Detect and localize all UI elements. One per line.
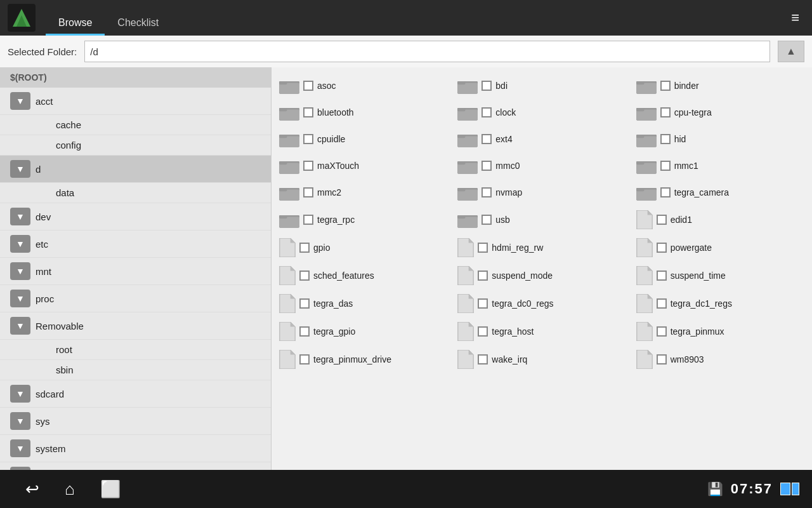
file-checkbox[interactable] [657,354,667,364]
file-item-tegra_das[interactable]: tegra_das [274,290,452,318]
file-item-nvmap[interactable]: nvmap [452,179,631,206]
sidebar-item-sdcard[interactable]: ▼sdcard [0,380,271,408]
file-item-maXTouch[interactable]: maXTouch [274,152,452,179]
file-item-tegra_gpio[interactable]: tegra_gpio [274,318,452,345]
file-checkbox[interactable] [303,81,313,91]
file-checkbox[interactable] [303,161,313,171]
file-item-hid[interactable]: hid [631,126,809,152]
file-checkbox[interactable] [299,326,310,337]
sidebar-item-acct[interactable]: ▼acct [0,88,271,115]
folder-icon [279,104,299,121]
file-checkbox[interactable] [478,298,488,309]
chevron-down-icon: ▼ [10,92,30,110]
file-item-hdmi_reg_rw[interactable]: hdmi_reg_rw [452,234,631,262]
file-item-tegra_dc1_regs[interactable]: tegra_dc1_regs [631,290,809,318]
file-item-sched_features[interactable]: sched_features [274,262,452,290]
file-item-gpio[interactable]: gpio [274,234,452,262]
file-checkbox[interactable] [660,81,671,91]
sidebar-item-d[interactable]: ▼d [0,156,271,183]
tab-browse[interactable]: Browse [46,0,105,36]
file-item-tegra_pinmux_drive[interactable]: tegra_pinmux_drive [274,345,452,373]
sidebar-item-mnt[interactable]: ▼mnt [0,258,271,285]
file-item-asoc[interactable]: asoc [274,72,452,99]
file-item-cpuidle[interactable]: cpuidle [274,126,452,152]
file-checkbox[interactable] [481,215,492,225]
file-checkbox[interactable] [481,187,492,197]
file-checkbox[interactable] [303,107,313,117]
file-checkbox[interactable] [299,354,310,364]
file-item-bluetooth[interactable]: bluetooth [274,99,452,126]
file-item-mmc0[interactable]: mmc0 [452,152,631,179]
file-checkbox[interactable] [660,187,671,197]
back-button[interactable]: ↩ [13,474,52,504]
file-checkbox[interactable] [657,243,667,253]
recent-button[interactable]: ⬜ [88,474,133,504]
file-item-tegra_dc0_regs[interactable]: tegra_dc0_regs [452,290,631,318]
sidebar-item-vendor[interactable]: ▼vendor [0,462,271,470]
home-button[interactable]: ⌂ [52,474,88,504]
folder-path-input[interactable] [84,41,770,62]
file-checkbox[interactable] [660,134,671,144]
sidebar-item-label: Removable [36,321,84,331]
folder-bar: Selected Folder: ▲ [0,36,812,67]
sidebar-item-proc[interactable]: ▼proc [0,285,271,312]
file-checkbox[interactable] [657,326,667,337]
file-checkbox[interactable] [478,243,488,253]
file-item-clock[interactable]: clock [452,99,631,126]
file-checkbox[interactable] [303,215,313,225]
file-item-tegra_camera[interactable]: tegra_camera [631,179,809,206]
file-item-tegra_pinmux[interactable]: tegra_pinmux [631,318,809,345]
battery-bar-1 [780,483,790,495]
tab-checklist[interactable]: Checklist [105,0,171,36]
menu-icon[interactable]: ≡ [786,4,804,31]
file-checkbox[interactable] [478,354,488,364]
file-item-binder[interactable]: binder [631,72,809,99]
file-item-mmc2[interactable]: mmc2 [274,179,452,206]
file-item-cpu-tegra[interactable]: cpu-tegra [631,99,809,126]
file-checkbox[interactable] [303,187,313,197]
file-checkbox[interactable] [657,271,667,281]
folder-icon [636,157,657,175]
file-item-ext4[interactable]: ext4 [452,126,631,152]
file-item-powergate[interactable]: powergate [631,234,809,262]
file-checkbox[interactable] [478,326,488,337]
file-checkbox[interactable] [478,271,488,281]
sidebar-item-root[interactable]: root [0,340,271,360]
sidebar-item-etc[interactable]: ▼etc [0,231,271,258]
sidebar-item-config[interactable]: config [0,135,271,156]
file-item-tegra_host[interactable]: tegra_host [452,318,631,345]
file-checkbox[interactable] [660,161,671,171]
chevron-down-icon: ▼ [10,385,30,403]
file-checkbox[interactable] [481,134,492,144]
battery-bar-2 [792,483,799,495]
file-checkbox[interactable] [299,271,310,281]
file-item-tegra_rpc[interactable]: tegra_rpc [274,206,452,234]
file-checkbox[interactable] [660,107,671,117]
svg-rect-62 [636,188,644,191]
file-item-suspend_mode[interactable]: suspend_mode [452,262,631,290]
sidebar-item-dev[interactable]: ▼dev [0,203,271,231]
file-checkbox[interactable] [481,161,492,171]
sidebar-item-Removable[interactable]: ▼Removable [0,312,271,340]
file-item-suspend_time[interactable]: suspend_time [631,262,809,290]
file-item-edid1[interactable]: edid1 [631,206,809,234]
file-item-wm8903[interactable]: wm8903 [631,345,809,373]
file-item-usb[interactable]: usb [452,206,631,234]
sidebar-item-sbin[interactable]: sbin [0,360,271,380]
file-checkbox[interactable] [657,298,667,309]
folder-up-button[interactable]: ▲ [778,41,804,62]
sidebar-item-data[interactable]: data [0,183,271,203]
file-checkbox[interactable] [657,215,667,225]
sidebar-item-cache[interactable]: cache [0,115,271,135]
file-item-wake_irq[interactable]: wake_irq [452,345,631,373]
file-checkbox[interactable] [481,81,492,91]
file-checkbox[interactable] [303,134,313,144]
sidebar-item-sys[interactable]: ▼sys [0,408,271,435]
file-checkbox[interactable] [481,107,492,117]
file-item-bdi[interactable]: bdi [452,72,631,99]
sidebar-item-system[interactable]: ▼system [0,435,271,462]
file-checkbox[interactable] [299,243,310,253]
file-name: powergate [671,243,712,253]
file-checkbox[interactable] [299,298,310,309]
file-item-mmc1[interactable]: mmc1 [631,152,809,179]
